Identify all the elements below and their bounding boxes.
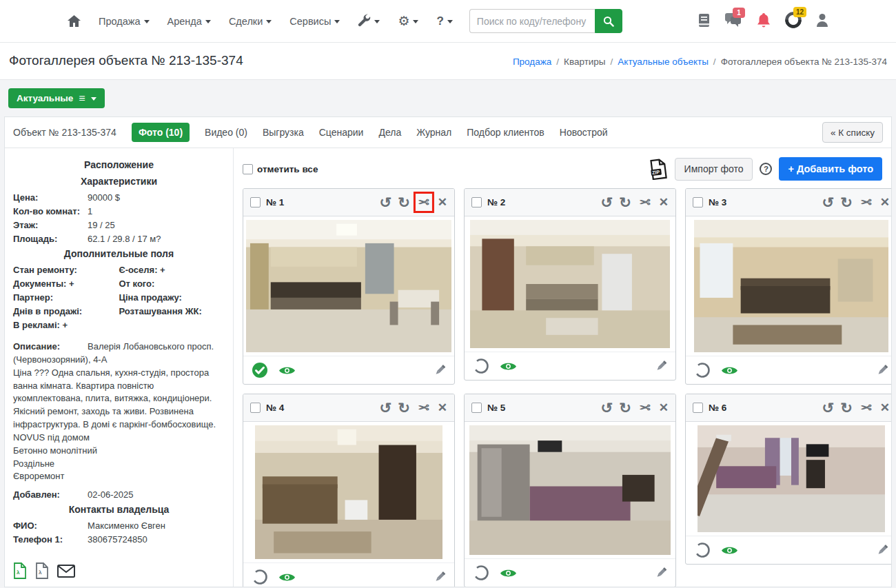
menu-servisy[interactable]: Сервисы (289, 16, 340, 27)
tab-видео-0-[interactable]: Видео (0) (205, 127, 247, 138)
crop-scissors-icon[interactable]: ✂ (859, 194, 874, 210)
not-main-circle-icon[interactable] (473, 358, 489, 374)
add-photo-button[interactable]: + Добавить фото (779, 157, 882, 181)
photo-checkbox[interactable] (471, 197, 482, 207)
photo-thumbnail[interactable] (243, 422, 454, 562)
tab-фото-10-[interactable]: Фото (10) (132, 123, 190, 142)
object-sidebar: Расположение Характеристики Цена:90000 $… (5, 148, 234, 587)
edit-pencil-icon[interactable] (434, 571, 446, 583)
photo-checkbox[interactable] (471, 403, 482, 413)
photo-checkbox[interactable] (250, 197, 261, 207)
not-main-circle-icon[interactable] (694, 542, 711, 558)
delete-photo-icon[interactable]: ✕ (659, 196, 669, 208)
user-icon[interactable] (816, 13, 828, 29)
rotate-left-icon[interactable]: ↺ (380, 401, 392, 415)
edit-pencil-icon[interactable] (876, 364, 888, 376)
photo-card-footer (465, 352, 675, 380)
crop-scissors-icon[interactable]: ✂ (638, 194, 653, 210)
messages-icon[interactable]: 1 (724, 12, 742, 30)
photo-checkbox[interactable] (693, 197, 703, 207)
edit-pencil-icon[interactable] (655, 360, 667, 372)
home-icon[interactable] (68, 15, 81, 27)
rotate-left-icon[interactable]: ↺ (380, 195, 392, 210)
not-main-circle-icon[interactable] (473, 565, 489, 581)
edit-pencil-icon[interactable] (434, 364, 446, 376)
actual-filter-button[interactable]: Актуальные ≡ (8, 88, 105, 108)
photo-thumbnail[interactable] (465, 216, 675, 352)
visibility-eye-icon[interactable] (278, 571, 296, 583)
tab-журнал[interactable]: Журнал (416, 127, 451, 138)
select-all-checkbox[interactable] (243, 164, 253, 174)
crop-scissors-icon[interactable]: ✂ (416, 194, 431, 210)
delete-photo-icon[interactable]: ✕ (438, 196, 447, 208)
not-main-circle-icon[interactable] (252, 569, 268, 585)
crop-scissors-icon[interactable]: ✂ (859, 400, 874, 416)
rotate-left-icon[interactable]: ↺ (822, 195, 835, 210)
help-icon[interactable]: ? (760, 163, 772, 175)
menu-arenda[interactable]: Аренда (167, 16, 211, 27)
breadcrumb: Продажа/Квартиры/Актуальные объекты/Фото… (513, 57, 887, 67)
crop-scissors-icon[interactable]: ✂ (416, 400, 431, 416)
photo-checkbox[interactable] (693, 403, 703, 413)
menu-help[interactable]: ? (436, 14, 452, 28)
email-icon[interactable] (57, 565, 75, 578)
zip-download-icon[interactable]: ZIP (649, 159, 668, 180)
delete-photo-icon[interactable]: ✕ (659, 402, 669, 414)
main-photo-check-icon[interactable] (252, 362, 268, 378)
characteristic-row: Этаж:19 / 25 (13, 220, 225, 230)
rotate-right-icon[interactable]: ↻ (398, 195, 410, 210)
delete-photo-icon[interactable]: ✕ (438, 402, 447, 414)
search-input[interactable] (469, 9, 595, 33)
notifications-icon[interactable] (757, 12, 771, 30)
rotate-right-icon[interactable]: ↻ (619, 195, 631, 210)
menu-tools[interactable] (358, 14, 380, 29)
delete-photo-icon[interactable]: ✕ (880, 196, 890, 208)
characteristic-row: Цена:90000 $ (13, 192, 225, 203)
photo-thumbnail[interactable] (686, 422, 891, 536)
visibility-eye-icon[interactable] (721, 545, 738, 556)
visibility-eye-icon[interactable] (500, 361, 517, 372)
import-photos-button[interactable]: Импорт фото (675, 158, 753, 181)
visibility-eye-icon[interactable] (500, 567, 517, 579)
visibility-eye-icon[interactable] (721, 365, 738, 376)
tab-новострой[interactable]: Новострой (560, 127, 608, 138)
breadcrumb-link[interactable]: Продажа (513, 57, 551, 67)
menu-settings[interactable]: ⚙ (398, 13, 418, 29)
chevron-down-icon (91, 97, 96, 101)
pdf-export-green-icon[interactable]: λ (13, 562, 27, 579)
tab-сценарии[interactable]: Сценарии (319, 127, 364, 138)
rotate-right-icon[interactable]: ↻ (840, 401, 853, 415)
rotate-right-icon[interactable]: ↻ (619, 401, 631, 415)
breadcrumb-separator: / (611, 57, 613, 67)
photo-card-header: № 2 ↺ ↻ ✂ ✕ (465, 189, 675, 216)
tab-объект-213-135-374[interactable]: Объект № 213-135-374 (13, 127, 116, 138)
visibility-eye-icon[interactable] (278, 365, 296, 376)
edit-pencil-icon[interactable] (655, 567, 667, 579)
tab-выгрузка[interactable]: Выгрузка (263, 127, 304, 138)
photo-thumbnail[interactable] (243, 216, 454, 356)
breadcrumb-link[interactable]: Актуальные объекты (618, 57, 709, 67)
contact-label: Телефон 1: (13, 534, 88, 545)
search-button[interactable] (595, 9, 622, 33)
pdf-export-gray-icon[interactable]: λ (35, 562, 49, 579)
svg-text:λ: λ (17, 569, 20, 576)
timer-icon[interactable]: 12 (785, 12, 802, 30)
rotate-left-icon[interactable]: ↺ (822, 401, 835, 415)
crop-scissors-icon[interactable]: ✂ (638, 400, 653, 416)
journal-icon[interactable] (698, 13, 710, 30)
menu-prodazha[interactable]: Продажа (99, 16, 150, 27)
tab-подбор-клиентов[interactable]: Подбор клиентов (467, 127, 544, 138)
rotate-right-icon[interactable]: ↻ (398, 401, 410, 415)
rotate-left-icon[interactable]: ↺ (601, 195, 613, 210)
not-main-circle-icon[interactable] (694, 362, 711, 378)
edit-pencil-icon[interactable] (876, 544, 888, 556)
back-to-list-button[interactable]: « К списку (822, 122, 883, 143)
photo-thumbnail[interactable] (465, 422, 675, 558)
photo-thumbnail[interactable] (686, 216, 891, 356)
rotate-right-icon[interactable]: ↻ (840, 195, 853, 210)
rotate-left-icon[interactable]: ↺ (601, 401, 613, 415)
tab-дела[interactable]: Дела (378, 127, 401, 138)
photo-checkbox[interactable] (250, 403, 261, 413)
delete-photo-icon[interactable]: ✕ (880, 402, 890, 414)
menu-sdelki[interactable]: Сделки (229, 16, 272, 27)
